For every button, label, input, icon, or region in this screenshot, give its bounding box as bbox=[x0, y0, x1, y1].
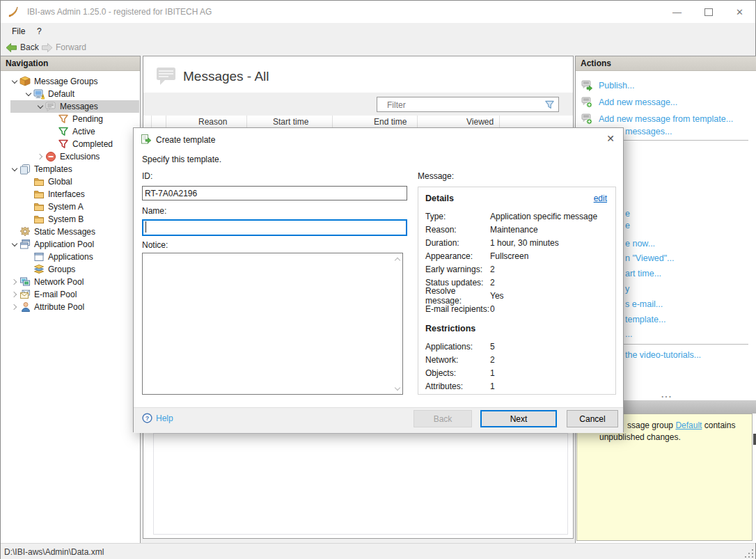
column-header-reason[interactable]: Reason bbox=[198, 117, 227, 127]
action-publish[interactable]: Publish... bbox=[581, 79, 634, 91]
detail-label: Early warnings: bbox=[425, 265, 490, 274]
detail-row: Resolve message:Yes bbox=[425, 289, 607, 302]
action-link-partial[interactable]: e now... bbox=[625, 239, 655, 249]
chevron-expanded-icon[interactable] bbox=[24, 89, 33, 99]
chevron-collapsed-icon[interactable] bbox=[10, 277, 19, 287]
tree-item-attribute-pool[interactable]: Attribute Pool bbox=[1, 301, 140, 313]
menu-help[interactable]: ? bbox=[33, 26, 46, 37]
chevron-collapsed-icon[interactable] bbox=[36, 152, 45, 162]
tree-item-groups[interactable]: Groups bbox=[1, 263, 140, 276]
tree-item-message-groups[interactable]: Message Groups bbox=[1, 75, 140, 88]
action-link-partial[interactable]: e bbox=[625, 209, 630, 219]
tree-item-completed[interactable]: Completed bbox=[1, 138, 140, 150]
tree-item-exclusions[interactable]: Exclusions bbox=[1, 150, 140, 163]
chevron-expanded-icon[interactable] bbox=[10, 239, 19, 249]
resize-grip[interactable] bbox=[745, 549, 753, 558]
tree-item-default[interactable]: Default bbox=[1, 88, 140, 100]
network-icon bbox=[19, 276, 32, 288]
tree-item-system-a[interactable]: System A bbox=[1, 200, 140, 213]
tree-item-system-b[interactable]: System B bbox=[1, 213, 140, 226]
tree-item-interfaces[interactable]: Interfaces bbox=[1, 188, 140, 200]
actions-overflow-dots[interactable]: ... bbox=[661, 390, 672, 400]
dialog-close-icon[interactable]: ✕ bbox=[602, 131, 619, 146]
title-bar: IBI-aws Admin 1.25.0 - registered for IB… bbox=[1, 1, 755, 23]
chevron-spacer bbox=[48, 114, 58, 124]
restriction-label: Applications: bbox=[425, 342, 490, 352]
notice-field[interactable] bbox=[143, 254, 393, 393]
action-link-partial[interactable]: art time... bbox=[625, 269, 661, 278]
folder-icon bbox=[33, 189, 46, 200]
edit-link[interactable]: edit bbox=[594, 194, 607, 203]
scrollbar-thumb[interactable] bbox=[753, 434, 756, 445]
exclusion-icon bbox=[45, 151, 58, 162]
default-group-link[interactable]: Default bbox=[675, 420, 702, 430]
tree-item-active[interactable]: Active bbox=[1, 125, 140, 138]
action-link-partial[interactable]: the video-tutorials... bbox=[625, 350, 701, 360]
close-button[interactable]: ✕ bbox=[724, 1, 755, 23]
detail-row: Early warnings:2 bbox=[425, 262, 607, 276]
chevron-spacer bbox=[24, 177, 33, 187]
notification-text-line2: unpublished changes. bbox=[599, 432, 681, 442]
filter-funnel-icon[interactable] bbox=[544, 100, 555, 112]
name-field[interactable] bbox=[142, 219, 407, 236]
action-link-partial[interactable]: e bbox=[625, 221, 630, 230]
scroll-down-icon[interactable] bbox=[395, 386, 400, 391]
navigation-header: Navigation bbox=[1, 56, 140, 71]
chevron-collapsed-icon[interactable] bbox=[10, 290, 19, 299]
column-header-viewed[interactable]: Viewed bbox=[466, 117, 494, 127]
action-link-partial[interactable]: y bbox=[625, 284, 629, 294]
column-separator bbox=[166, 116, 166, 128]
tree-item-applications[interactable]: Applications bbox=[1, 251, 140, 263]
detail-value: Fullscreen bbox=[490, 251, 528, 261]
detail-value: Application specific message bbox=[490, 212, 597, 221]
action-link-partial[interactable]: s e-mail... bbox=[625, 299, 663, 309]
action-link-partial[interactable]: n "Viewed"... bbox=[625, 253, 675, 263]
tree-item-pending[interactable]: Pending bbox=[1, 113, 140, 125]
tree-item-global[interactable]: Global bbox=[1, 175, 140, 188]
id-field[interactable] bbox=[142, 186, 407, 200]
tree-item-label: Completed bbox=[72, 139, 113, 149]
tree-item-label: Application Pool bbox=[34, 239, 94, 249]
tree-item-label: Pending bbox=[72, 114, 103, 124]
restriction-row: Attributes:1 bbox=[425, 379, 607, 393]
tree-item-static-messages[interactable]: Static Messages bbox=[1, 226, 140, 238]
dialog-subtitle: Specify this template. bbox=[142, 155, 221, 164]
action-add-message[interactable]: Add new message... bbox=[581, 96, 677, 108]
package-icon bbox=[19, 76, 32, 87]
cancel-button[interactable]: Cancel bbox=[567, 410, 618, 427]
forward-button[interactable]: Forward bbox=[41, 41, 86, 54]
column-header-end-time[interactable]: End time bbox=[374, 117, 407, 127]
tree-item-network-pool[interactable]: Network Pool bbox=[1, 276, 140, 288]
tree-item-email-pool[interactable]: E-mail Pool bbox=[1, 288, 140, 301]
scroll-up-icon[interactable] bbox=[395, 257, 400, 262]
back-button[interactable]: Back bbox=[6, 41, 39, 54]
menu-file[interactable]: File bbox=[8, 26, 29, 37]
column-header-start-time[interactable]: Start time bbox=[273, 117, 308, 127]
detail-label: Duration: bbox=[425, 238, 490, 248]
tree-item-application-pool[interactable]: Application Pool bbox=[1, 238, 140, 251]
tree-item-label: System A bbox=[48, 202, 84, 212]
help-link[interactable]: ? Help bbox=[142, 413, 173, 423]
action-link-partial[interactable]: ... bbox=[625, 329, 632, 339]
chevron-spacer bbox=[10, 227, 19, 237]
tree-item-label: Default bbox=[48, 89, 74, 99]
tree-item-messages[interactable]: Messages bbox=[1, 100, 140, 113]
chevron-expanded-icon[interactable] bbox=[10, 77, 19, 86]
detail-row: Duration:1 hour, 30 minutes bbox=[425, 236, 607, 249]
detail-label: Appearance: bbox=[425, 251, 490, 261]
dialog-title: Create template bbox=[156, 135, 215, 145]
tree-item-templates[interactable]: Templates bbox=[1, 163, 140, 175]
chevron-expanded-icon[interactable] bbox=[10, 164, 19, 174]
action-link-partial[interactable]: template... bbox=[625, 315, 666, 324]
maximize-button[interactable] bbox=[693, 1, 724, 23]
action-add-message-from-template[interactable]: Add new message from template... bbox=[581, 113, 733, 125]
chevron-collapsed-icon[interactable] bbox=[10, 302, 19, 312]
minimize-button[interactable]: — bbox=[661, 1, 693, 23]
filter-input[interactable] bbox=[386, 98, 538, 112]
next-button[interactable]: Next bbox=[480, 410, 557, 427]
chevron-spacer bbox=[24, 265, 33, 274]
action-link-partial[interactable]: messages... bbox=[625, 127, 672, 136]
detail-row: Type:Application specific message bbox=[425, 210, 607, 223]
monitor-warning-icon bbox=[33, 88, 46, 100]
chevron-expanded-icon[interactable] bbox=[36, 102, 45, 111]
